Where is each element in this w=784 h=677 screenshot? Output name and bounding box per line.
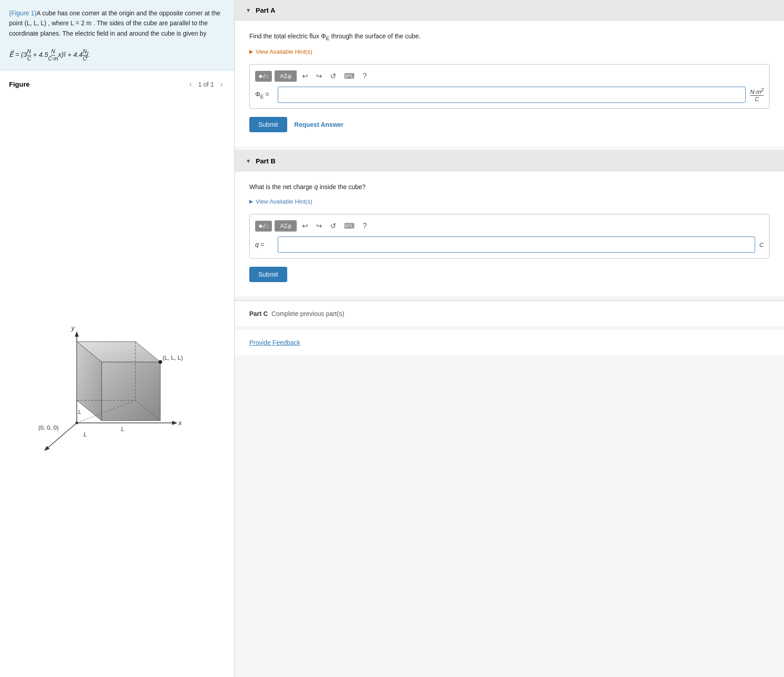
svg-marker-3 <box>102 362 160 421</box>
svg-text:L: L <box>121 426 124 432</box>
part-c-text: Part C Complete previous part(s) <box>249 310 344 317</box>
svg-text:y: y <box>71 325 75 332</box>
provide-feedback-link[interactable]: Provide Feedback <box>249 339 300 346</box>
part-a-section: ▼ Part A Find the total electric flux ΦE… <box>235 0 784 147</box>
part-a-radical-btn[interactable]: ■√□ <box>255 71 272 82</box>
part-b-toolbar: ■√□ AΣφ ↩ ↪ ↺ ⌨ ? <box>255 220 764 232</box>
part-b-refresh-btn[interactable]: ↺ <box>327 220 339 232</box>
part-b-input-field[interactable] <box>278 236 755 253</box>
part-b-title: Part B <box>256 157 275 165</box>
part-a-action-row: Submit Request Answer <box>249 117 770 132</box>
equation-display: E⃗ = (3NC + 4.5NC·mx)î + 4.4NCĵ. <box>9 51 90 58</box>
part-a-math-area: ■√□ AΣφ ↩ ↪ ↺ ⌨ ? ΦE = N·m2 C <box>249 64 770 109</box>
svg-text:L: L <box>84 431 87 438</box>
part-b-symbol-btn[interactable]: AΣφ <box>275 220 297 232</box>
part-b-hint-label: View Available Hint(s) <box>256 198 312 205</box>
part-a-body: Find the total electric flux ΦE through … <box>235 21 784 147</box>
figure-section: Figure ‹ 1 of 1 › <box>0 70 234 677</box>
part-a-unit: N·m2 C <box>750 87 764 102</box>
part-a-collapse-arrow: ▼ <box>246 7 251 14</box>
part-a-refresh-btn[interactable]: ↺ <box>327 70 339 82</box>
part-c-section: Part C Complete previous part(s) <box>235 301 784 326</box>
part-b-undo-btn[interactable]: ↩ <box>299 220 311 232</box>
part-b-hint-link[interactable]: ▶ View Available Hint(s) <box>249 198 770 205</box>
part-b-body: What is the net charge q inside the cube… <box>235 172 784 297</box>
part-b-input-label: q = <box>255 241 273 248</box>
part-b-question: What is the net charge q inside the cube… <box>249 182 770 192</box>
part-a-symbol-btn[interactable]: AΣφ <box>275 70 297 82</box>
left-panel: (Figure 1)A cube has one corner at the o… <box>0 0 235 677</box>
feedback-section: Provide Feedback <box>235 330 784 355</box>
svg-text:L: L <box>78 408 81 415</box>
part-b-unit: C <box>760 241 764 248</box>
svg-text:x: x <box>178 419 182 427</box>
part-b-submit-button[interactable]: Submit <box>249 267 287 282</box>
part-b-help-btn[interactable]: ? <box>360 220 369 232</box>
part-a-help-btn[interactable]: ? <box>360 70 369 82</box>
part-c-description: Complete previous part(s) <box>271 310 344 317</box>
svg-text:(0, 0, 0): (0, 0, 0) <box>38 424 59 431</box>
part-b-input-row: q = C <box>255 236 764 253</box>
problem-description: A cube has one corner at the origin and … <box>9 9 220 37</box>
part-a-redo-btn[interactable]: ↪ <box>313 70 325 82</box>
part-b-header[interactable]: ▼ Part B <box>235 151 784 172</box>
part-b-redo-btn[interactable]: ↪ <box>313 220 325 232</box>
part-b-math-area: ■√□ AΣφ ↩ ↪ ↺ ⌨ ? q = C <box>249 214 770 259</box>
svg-text:(L, L, L): (L, L, L) <box>163 354 183 361</box>
cube-figure: y x (L, L, L) (0, 0, 0) L L L <box>32 297 203 468</box>
part-a-hint-link[interactable]: ▶ View Available Hint(s) <box>249 48 770 55</box>
part-a-title: Part A <box>256 6 275 14</box>
part-a-hint-label: View Available Hint(s) <box>256 48 312 55</box>
figure-canvas: y x (L, L, L) (0, 0, 0) L L L <box>9 97 225 668</box>
part-b-keyboard-btn[interactable]: ⌨ <box>341 220 357 232</box>
right-panel: ▼ Part A Find the total electric flux ΦE… <box>235 0 784 677</box>
part-b-hint-arrow-icon: ▶ <box>249 199 253 204</box>
figure-pagination: 1 of 1 <box>198 81 214 88</box>
problem-text-box: (Figure 1)A cube has one corner at the o… <box>0 0 234 70</box>
part-a-hint-arrow-icon: ▶ <box>249 49 253 55</box>
part-c-title: Part C <box>249 310 268 317</box>
part-a-toolbar: ■√□ AΣφ ↩ ↪ ↺ ⌨ ? <box>255 70 764 82</box>
part-a-undo-btn[interactable]: ↩ <box>299 70 311 82</box>
part-a-header[interactable]: ▼ Part A <box>235 0 784 21</box>
part-b-action-row: Submit <box>249 267 770 282</box>
figure-prev-button[interactable]: ‹ <box>187 79 194 89</box>
part-b-collapse-arrow: ▼ <box>246 158 251 164</box>
part-b-radical-btn[interactable]: ■√□ <box>255 221 272 232</box>
figure-nav: ‹ 1 of 1 › <box>187 79 225 89</box>
part-b-section: ▼ Part B What is the net charge q inside… <box>235 151 784 297</box>
part-a-input-field[interactable] <box>278 87 746 103</box>
part-a-request-answer-link[interactable]: Request Answer <box>294 121 344 128</box>
figure-link[interactable]: (Figure 1) <box>9 9 37 17</box>
part-a-question: Find the total electric flux ΦE through … <box>249 32 770 42</box>
part-a-input-row: ΦE = N·m2 C <box>255 87 764 103</box>
figure-label: Figure <box>9 80 30 88</box>
figure-next-button[interactable]: › <box>218 79 225 89</box>
part-a-keyboard-btn[interactable]: ⌨ <box>341 70 357 82</box>
figure-header: Figure ‹ 1 of 1 › <box>9 79 225 89</box>
part-a-submit-button[interactable]: Submit <box>249 117 287 132</box>
part-a-input-label: ΦE = <box>255 91 273 99</box>
svg-point-9 <box>159 360 162 364</box>
